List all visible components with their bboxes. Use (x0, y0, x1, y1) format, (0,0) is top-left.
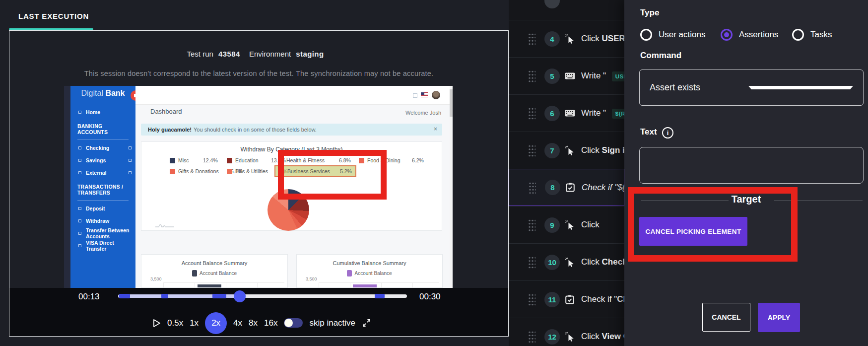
apply-button[interactable]: APPLY (758, 303, 800, 332)
radio-assertions[interactable]: Assertions (721, 29, 778, 41)
speed-0.5x-button[interactable]: 0.5x (167, 318, 183, 328)
command-select[interactable]: Assert exists (639, 69, 864, 106)
cursor-click-icon (564, 34, 575, 44)
sidebar-item-label: External (86, 170, 106, 176)
step-description: Click USERN (581, 34, 624, 44)
timeline-step-marker[interactable] (119, 294, 130, 298)
radio-circle-selected-icon[interactable] (721, 29, 733, 41)
radio-label: Tasks (810, 30, 832, 40)
sidebar-item-savings[interactable]: Savings (70, 154, 135, 166)
drag-handle-icon[interactable] (528, 32, 535, 45)
summary-card-account-balance-summary: Account Balance SummaryAccount Balance3,… (141, 254, 288, 288)
page-title: Dashboard (150, 108, 182, 115)
target-highlight-red-box (628, 187, 798, 262)
cursor-click-icon (564, 145, 575, 156)
legend-item-education: Education13.3% (227, 157, 286, 163)
test-step-row-12[interactable]: 12Click View C (509, 318, 624, 346)
sparkline-icon (155, 221, 175, 228)
sidebar-item-home[interactable]: Home (70, 106, 135, 118)
drag-handle-icon[interactable] (528, 218, 535, 231)
axis-tick-label: 3,500 (306, 277, 317, 281)
test-step-row-8[interactable]: 8Check if "${L (509, 169, 624, 206)
step-properties-panel: Type User actions Assertions Tasks Comma… (624, 0, 868, 346)
test-step-row-5[interactable]: 5Write " USER (509, 57, 624, 94)
bank-sidebar-nav: HomeBANKING ACCOUNTSCheckingSavingsExter… (70, 106, 135, 252)
drag-handle-icon[interactable] (528, 330, 535, 343)
summary-card-cumulative-balance-summary: Cumulative Balance SummaryAccount Balanc… (296, 254, 443, 288)
test-step-row-4[interactable]: 4Click USERN (509, 20, 624, 57)
test-step-row-9[interactable]: 9Click (509, 206, 624, 243)
legend-swatch (347, 270, 352, 277)
test-step-row-6[interactable]: 6Write " ${RE (509, 94, 624, 132)
drag-handle-icon[interactable] (528, 69, 535, 82)
sidebar-section-heading: TRANSACTIONS / TRANSFERS (77, 184, 129, 201)
tab-last-execution[interactable]: LAST EXECUTION (18, 12, 89, 20)
step-description: Write " USER (581, 71, 624, 81)
drag-handle-icon[interactable] (528, 144, 535, 157)
legend-highlight-red-box (278, 150, 387, 200)
assert-check-icon (564, 295, 575, 304)
legend-name: Account Balance (200, 271, 237, 276)
topbar-app-icon (413, 93, 417, 98)
skip-inactive-toggle[interactable] (284, 318, 303, 328)
assert-check-icon (565, 183, 576, 192)
avatar (432, 91, 440, 99)
legend-name: Account Balance (354, 271, 392, 276)
speed-4x-button[interactable]: 4x (233, 318, 242, 328)
speed-2x-button[interactable]: 2x (205, 312, 227, 334)
bullet-square-icon (78, 244, 81, 247)
assertion-text-input[interactable] (639, 147, 864, 184)
bullet-square-icon (78, 111, 81, 114)
sidebar-item-checking[interactable]: Checking (70, 141, 135, 154)
timeline-step-marker[interactable] (212, 294, 226, 298)
sidebar-item-visa-direct-transfer[interactable]: VISA Direct Transfer (70, 239, 135, 252)
speed-16x-button[interactable]: 16x (264, 318, 277, 328)
step-description: Check if "${L (582, 183, 624, 193)
sidebar-item-deposit[interactable]: Deposit (70, 202, 135, 214)
welcome-text: Welcome Josh (382, 110, 441, 116)
chart-bar (353, 284, 377, 288)
drag-handle-icon[interactable] (528, 181, 536, 194)
drag-handle-icon[interactable] (528, 256, 535, 269)
timeline-step-marker[interactable] (161, 294, 168, 298)
radio-tasks[interactable]: Tasks (792, 29, 832, 41)
info-icon[interactable]: i (662, 127, 673, 138)
play-button[interactable] (153, 319, 161, 328)
radio-circle-icon[interactable] (792, 29, 804, 41)
speed-1x-button[interactable]: 1x (190, 318, 199, 328)
radio-user-actions[interactable]: User actions (640, 29, 705, 41)
speed-8x-button[interactable]: 8x (249, 318, 258, 328)
test-step-row-10[interactable]: 10Click Check (509, 243, 624, 280)
fullscreen-icon[interactable] (362, 318, 371, 328)
test-step-row-7[interactable]: 7Click Sign in (509, 132, 624, 169)
sidebar-item-transfer-between-accounts[interactable]: Transfer Between Accounts (70, 227, 135, 239)
cursor-click-icon (564, 257, 575, 268)
test-run-value: 43584 (218, 50, 240, 58)
test-step-row-11[interactable]: 11Check if "Ch (509, 280, 624, 318)
step-number-badge-partial (544, 0, 560, 8)
tab-active-underline (9, 28, 93, 30)
testim-editor-window: LAST EXECUTION Test run 43584 Environmen… (0, 0, 868, 346)
chart-bar (198, 284, 221, 288)
player-controls: 0.5x1x2x4x8x16x skip inactive (153, 312, 371, 334)
sidebar-item-withdraw[interactable]: Withdraw (70, 214, 135, 227)
summary-card-title: Account Balance Summary (141, 260, 287, 266)
legend-item-misc: Misc12.4% (170, 157, 218, 163)
environment-label: Environment (249, 50, 291, 58)
drag-handle-icon[interactable] (528, 293, 535, 306)
execution-video-surface[interactable]: Digital Bank HomeBANKING ACCOUNTSCheckin… (64, 86, 453, 288)
sidebar-divider (77, 104, 129, 104)
video-scrollbar-thumb (450, 89, 453, 117)
drag-handle-icon[interactable] (528, 107, 535, 120)
playhead-handle[interactable] (234, 290, 246, 302)
alert-text: You should check in on some of those fie… (194, 127, 317, 133)
bank-logo-bold: Bank (105, 89, 125, 97)
sidebar-item-external[interactable]: External (70, 166, 135, 179)
cancel-button[interactable]: CANCEL (702, 303, 750, 332)
timeline-step-marker[interactable] (375, 294, 385, 298)
us-flag-icon (421, 92, 428, 97)
environment-value: staging (296, 50, 324, 58)
radio-circle-icon[interactable] (640, 29, 652, 41)
session-warning-text: This session doesn't correspond to the l… (9, 69, 509, 77)
sidebar-item-label: Checking (86, 145, 109, 151)
